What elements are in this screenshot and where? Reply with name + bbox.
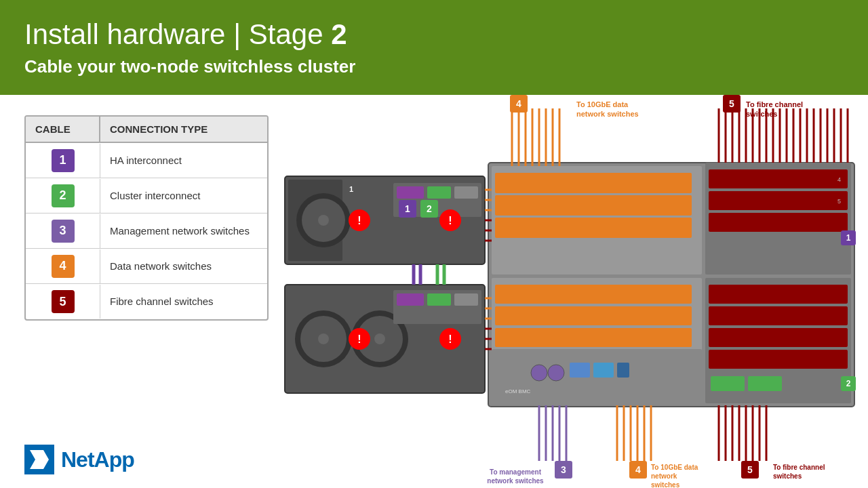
svg-rect-69 [711, 376, 745, 391]
title-normal: Install hardware | Stage [24, 18, 331, 50]
netapp-logo: NetApp [24, 445, 134, 474]
badge-cell-2: 2 [26, 179, 100, 213]
svg-text:5: 5 [837, 198, 841, 205]
badge-5: 5 [52, 290, 75, 313]
svg-rect-8 [397, 186, 424, 199]
svg-text:switches: switches [651, 481, 680, 488]
badge-cell-4: 4 [26, 249, 100, 283]
page-subtitle: Cable your two-node switchless cluster [24, 56, 844, 77]
svg-text:To fibre channel: To fibre channel [746, 100, 803, 108]
svg-rect-70 [748, 376, 782, 391]
badge-3: 3 [52, 220, 75, 243]
legend-header-connection: CONNECTION TYPE [100, 117, 217, 142]
legend-label-2: Cluster interconnect [100, 184, 210, 208]
svg-text:4: 4 [516, 98, 521, 109]
svg-rect-30 [427, 293, 451, 306]
svg-text:To 10GbE data: To 10GbE data [576, 100, 629, 108]
svg-text:2: 2 [846, 379, 851, 388]
svg-point-24 [318, 333, 329, 344]
svg-text:switches: switches [746, 110, 777, 118]
svg-point-58 [531, 365, 547, 381]
diagram-area: 1 0/1/2 1 2 ! ! [271, 95, 868, 488]
badge-cell-1: 1 [26, 144, 100, 178]
svg-text:!: ! [448, 333, 452, 345]
legend-label-1: HA interconnect [100, 148, 191, 173]
svg-text:To 10GbE data: To 10GbE data [651, 464, 698, 471]
svg-rect-62 [617, 363, 629, 378]
legend-header-cable: CABLE [26, 117, 100, 142]
list-item: 4 Data network switches [26, 249, 267, 284]
svg-rect-66 [709, 306, 848, 325]
svg-rect-60 [570, 363, 590, 378]
svg-rect-29 [397, 293, 424, 306]
list-item: 3 Management network switches [26, 214, 267, 249]
svg-rect-52 [495, 285, 692, 304]
svg-text:switches: switches [773, 472, 802, 480]
badge-4: 4 [52, 255, 75, 278]
svg-text:!: ! [448, 215, 452, 226]
list-item: 2 Cluster interconnect [26, 178, 267, 214]
badge-2: 2 [52, 184, 75, 207]
svg-rect-40 [495, 218, 692, 238]
badge-1: 1 [52, 149, 75, 172]
main-content: CABLE CONNECTION TYPE 1 HA interconnect … [0, 95, 868, 488]
svg-text:!: ! [357, 333, 361, 345]
legend-table: CABLE CONNECTION TYPE 1 HA interconnect … [24, 115, 269, 321]
list-item: 5 Fibre channel switches [26, 284, 267, 319]
legend-label-5: Fibre channel switches [100, 289, 223, 314]
list-item: 1 HA interconnect [26, 143, 267, 178]
svg-rect-53 [495, 306, 692, 325]
legend-label-4: Data network switches [100, 254, 221, 279]
svg-rect-9 [427, 186, 451, 199]
badge-cell-5: 5 [26, 285, 100, 319]
svg-point-27 [374, 333, 385, 344]
netapp-icon [24, 445, 54, 474]
page-title: Install hardware | Stage 2 [24, 18, 844, 51]
svg-text:To management: To management [490, 468, 542, 476]
diagram-svg: 1 0/1/2 1 2 ! ! [271, 95, 868, 488]
svg-rect-10 [454, 186, 478, 199]
svg-text:2: 2 [427, 203, 432, 214]
svg-point-59 [548, 365, 564, 381]
svg-rect-44 [709, 169, 848, 188]
header: Install hardware | Stage 2 Cable your tw… [0, 0, 868, 95]
svg-text:network switches: network switches [576, 110, 639, 118]
svg-text:3: 3 [561, 464, 566, 475]
svg-rect-67 [709, 328, 848, 347]
legend-panel: CABLE CONNECTION TYPE 1 HA interconnect … [0, 95, 271, 488]
svg-rect-45 [709, 191, 848, 210]
svg-point-6 [318, 215, 329, 226]
legend-header: CABLE CONNECTION TYPE [26, 117, 267, 143]
netapp-name: NetApp [61, 447, 134, 472]
svg-rect-54 [495, 328, 692, 347]
svg-text:network: network [651, 472, 677, 480]
svg-text:4: 4 [837, 176, 841, 183]
legend-label-3: Management network switches [100, 219, 259, 243]
svg-rect-46 [709, 213, 848, 232]
svg-text:To fibre channel: To fibre channel [773, 464, 825, 471]
svg-text:eOM   BMC: eOM BMC [505, 388, 531, 394]
svg-rect-39 [495, 195, 692, 216]
title-bold: 2 [331, 18, 347, 50]
svg-text:1: 1 [846, 233, 851, 243]
svg-text:1: 1 [349, 185, 353, 193]
svg-text:5: 5 [729, 98, 734, 109]
svg-text:network switches: network switches [487, 477, 544, 485]
svg-rect-31 [454, 293, 478, 306]
svg-rect-68 [709, 350, 848, 369]
svg-text:5: 5 [747, 464, 753, 475]
svg-rect-61 [593, 363, 614, 378]
svg-rect-65 [709, 285, 848, 304]
svg-text:1: 1 [405, 203, 410, 214]
svg-rect-38 [495, 173, 692, 193]
badge-cell-3: 3 [26, 214, 100, 248]
svg-text:!: ! [357, 215, 361, 226]
svg-text:4: 4 [635, 464, 641, 475]
